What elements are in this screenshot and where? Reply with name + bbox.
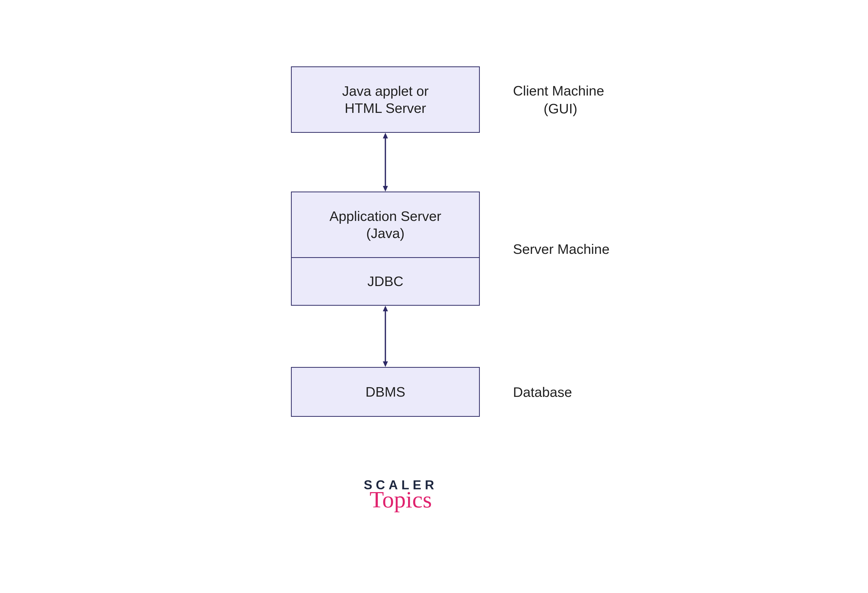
diagram-canvas: Java applet or HTML Server Client Machin… — [0, 0, 868, 593]
logo-bottom-text: Topics — [347, 488, 454, 511]
client-box-line2: HTML Server — [344, 101, 426, 116]
svg-marker-5 — [383, 361, 388, 367]
client-label: Client Machine (GUI) — [513, 82, 604, 117]
arrow-client-server — [382, 133, 388, 192]
server-label: Server Machine — [513, 240, 610, 258]
client-box: Java applet or HTML Server — [291, 67, 480, 133]
database-label: Database — [513, 383, 572, 401]
client-label-line2: (GUI) — [513, 100, 577, 117]
arrow-server-dbms — [382, 306, 388, 367]
client-box-line1: Java applet or — [342, 83, 428, 99]
appserver-box-text: Application Server (Java) — [329, 208, 441, 242]
client-box-text: Java applet or HTML Server — [342, 83, 428, 117]
client-label-line1: Client Machine — [513, 83, 604, 98]
scaler-logo: SCALER Topics — [347, 478, 454, 511]
svg-marker-2 — [383, 186, 388, 192]
appserver-box: Application Server (Java) — [291, 192, 480, 258]
appserver-box-line1: Application Server — [329, 209, 441, 224]
dbms-box-text: DBMS — [366, 383, 405, 401]
jdbc-box-text: JDBC — [367, 273, 403, 290]
svg-marker-1 — [383, 133, 388, 138]
jdbc-box: JDBC — [291, 257, 480, 306]
dbms-box: DBMS — [291, 367, 480, 417]
appserver-box-line2: (Java) — [366, 225, 404, 241]
svg-marker-4 — [383, 306, 388, 311]
